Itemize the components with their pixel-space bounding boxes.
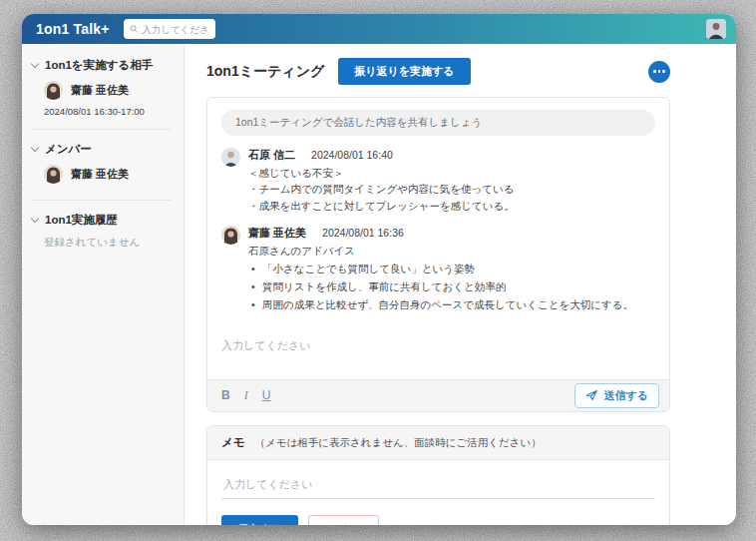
person-avatar-image	[44, 81, 63, 100]
main-content: 1on1ミーティング 振り返りを実施する 1on1ミーティングで会話した内容を共…	[185, 44, 736, 525]
more-options-button[interactable]	[648, 61, 670, 83]
message-bullet: 「小さなことでも質問して良い」という姿勢	[248, 261, 655, 278]
send-button[interactable]: 送信する	[574, 383, 659, 408]
message-bullet-list: 「小さなことでも質問して良い」という姿勢 質問リストを作成し、事前に共有しておく…	[248, 261, 655, 314]
sidebar-section-title: メンバー	[45, 142, 92, 157]
message-bullet: 周囲の成果と比較せず、自分自身のペースで成長していくことを大切にする。	[248, 296, 655, 314]
message-author: 石原 信二	[248, 148, 295, 163]
search-input[interactable]	[142, 24, 209, 35]
message-time: 2024/08/01 16:36	[322, 227, 404, 239]
memo-note: （メモは相手に表示されません、面談時にご活用ください）	[255, 436, 542, 450]
person-avatar-image	[44, 165, 63, 184]
meeting-card: 1on1ミーティングで会話した内容を共有しましょう	[206, 97, 670, 412]
message-bullet: 質問リストを作成し、事前に共有しておくと効率的	[248, 278, 655, 296]
sidebar-item-members[interactable]: メンバー	[32, 142, 172, 157]
avatar	[44, 165, 63, 184]
global-search[interactable]	[124, 19, 215, 39]
italic-button[interactable]: I	[244, 388, 248, 403]
top-header-bar: 1on1 Talk+	[22, 14, 736, 44]
message-line: ・チーム内での質問タイミングや内容に気を使っている	[248, 181, 655, 197]
user-avatar-image	[706, 19, 726, 39]
message-time: 2024/08/01 16:40	[311, 149, 393, 161]
sidebar-item-partner[interactable]: 1on1を実施する相手	[32, 58, 172, 73]
search-icon	[130, 24, 138, 34]
person-avatar-image	[221, 226, 240, 245]
app-window: 1on1 Talk+ 1on1を実施する相手	[22, 14, 736, 525]
chevron-down-icon	[31, 60, 39, 68]
app-title: 1on1 Talk+	[36, 21, 110, 37]
page-header-row: 1on1ミーティング 振り返りを実施する	[206, 58, 670, 85]
underline-button[interactable]: U	[262, 388, 271, 402]
ellipsis-icon	[653, 70, 656, 73]
memo-title: メモ	[221, 435, 245, 450]
clear-button[interactable]: クリア	[308, 515, 380, 525]
meeting-datetime: 2024/08/01 16:30-17:00	[44, 106, 172, 117]
review-button[interactable]: 振り返りを実施する	[338, 58, 470, 85]
memo-card: メモ （メモは相手に表示されません、面談時にご活用ください） 保存する クリア	[206, 425, 670, 525]
sidebar-section-history: 1on1実施履歴 登録されていません	[32, 211, 172, 260]
sidebar-section-title: 1on1実施履歴	[45, 213, 118, 228]
person-avatar-image	[221, 148, 240, 167]
avatar	[221, 226, 240, 245]
member-person[interactable]: 齋藤 亜佐美	[44, 165, 172, 184]
bold-button[interactable]: B	[221, 388, 230, 402]
message-author: 齋藤 亜佐美	[248, 226, 306, 241]
message-line: ＜感じている不安＞	[248, 165, 655, 181]
chat-message: 石原 信二 2024/08/01 16:40 ＜感じている不安＞ ・チーム内での…	[221, 148, 655, 214]
user-avatar[interactable]	[706, 19, 726, 39]
chat-input[interactable]: 入力してください	[207, 328, 669, 379]
send-icon	[585, 389, 598, 401]
send-button-label: 送信する	[603, 388, 648, 403]
sidebar: 1on1を実施する相手 齋藤 亜佐美 2024/08/01 16:30-17:0…	[22, 44, 185, 525]
message-line: 石原さんのアドバイス	[248, 243, 655, 259]
save-button[interactable]: 保存する	[221, 515, 298, 525]
share-banner: 1on1ミーティングで会話した内容を共有しましょう	[221, 110, 655, 136]
chevron-down-icon	[31, 144, 39, 152]
member-name: 齋藤 亜佐美	[71, 167, 129, 182]
memo-input[interactable]	[221, 472, 655, 499]
page-title: 1on1ミーティング	[206, 63, 324, 81]
message-line: ・成果を出すことに対してプレッシャーを感じている。	[248, 198, 655, 214]
sidebar-section-partner: 1on1を実施する相手 齋藤 亜佐美 2024/08/01 16:30-17:0…	[32, 56, 172, 130]
partner-person[interactable]: 齋藤 亜佐美	[44, 81, 172, 100]
sidebar-section-members: メンバー 齋藤 亜佐美	[32, 140, 172, 201]
chat-message: 齋藤 亜佐美 2024/08/01 16:36 石原さんのアドバイス 「小さなこ…	[221, 226, 655, 314]
history-empty-text: 登録されていません	[44, 236, 172, 250]
avatar	[44, 81, 63, 100]
sidebar-item-history[interactable]: 1on1実施履歴	[32, 213, 172, 228]
editor-toolbar: B I U 送信する	[207, 379, 669, 411]
avatar	[221, 148, 240, 167]
chevron-down-icon	[31, 215, 39, 223]
partner-name: 齋藤 亜佐美	[71, 83, 129, 98]
sidebar-section-title: 1on1を実施する相手	[45, 58, 153, 73]
